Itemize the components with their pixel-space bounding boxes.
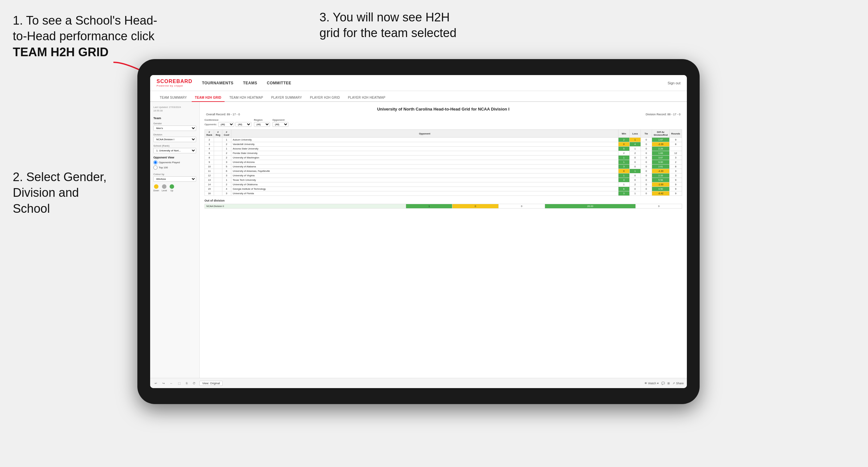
cell-opponent: Georgia Institute of Technology bbox=[231, 187, 618, 191]
school-select[interactable]: 1. University of Nort... bbox=[153, 148, 196, 153]
cell-rank: 9 bbox=[205, 160, 214, 164]
cell-loss: 1 bbox=[629, 191, 641, 196]
tab-team-h2h-heatmap[interactable]: TEAM H2H HEATMAP bbox=[226, 94, 267, 102]
sidebar-gender-label: Gender bbox=[153, 122, 196, 125]
th-win: Win bbox=[618, 130, 629, 138]
cell-loss: 1 bbox=[629, 169, 641, 174]
expand-button[interactable]: ⊞ bbox=[668, 382, 670, 385]
annotation-1: 1. To see a School's Head- to-Head perfo… bbox=[13, 13, 179, 60]
main-content: Last Updated: 27/03/2024 16:55:38 Team G… bbox=[150, 102, 687, 378]
watch-button[interactable]: 👁 Watch ▾ bbox=[644, 382, 659, 385]
cell-rounds: 9 bbox=[670, 191, 682, 196]
th-loss: Loss bbox=[629, 130, 641, 138]
region-filter[interactable]: (All) bbox=[254, 122, 270, 127]
tab-team-summary[interactable]: TEAM SUMMARY bbox=[157, 94, 190, 102]
colour-section: Colour by Win/loss Down Level bbox=[153, 173, 196, 192]
opponent-filter[interactable]: (All) bbox=[273, 122, 288, 127]
cell-win: 0 bbox=[618, 142, 629, 147]
nav-links: TOURNAMENTS TEAMS COMMITTEE bbox=[202, 81, 668, 85]
cell-rounds: 8 bbox=[670, 142, 682, 147]
back-button[interactable]: ← bbox=[169, 381, 174, 385]
nav-teams[interactable]: TEAMS bbox=[243, 81, 257, 85]
ann1-line1: 1. To see a School's Head- bbox=[13, 14, 157, 27]
cell-reg bbox=[214, 138, 222, 142]
opponent-view-group: Opponent View Opponents Played Top 100 bbox=[153, 156, 196, 169]
cell-conf: 3 bbox=[222, 191, 231, 196]
comment-button[interactable]: 💬 bbox=[661, 382, 665, 385]
cell-win: 5 bbox=[618, 147, 629, 151]
cell-opponent: Florida State University bbox=[231, 151, 618, 156]
cell-reg bbox=[214, 142, 222, 147]
top-100-radio[interactable]: Top 100 bbox=[153, 165, 196, 169]
cell-tie: 0 bbox=[641, 147, 652, 151]
copy-button[interactable]: ⎘ bbox=[185, 381, 189, 385]
region-filter-label: Region bbox=[254, 119, 270, 121]
redo-button[interactable]: ↪ bbox=[161, 381, 166, 385]
ann2-line1: 2. Select Gender, bbox=[13, 170, 107, 184]
tablet-screen: SCOREBARD Powered by clippd TOURNAMENTS … bbox=[150, 75, 687, 388]
cell-loss: 0 bbox=[629, 164, 641, 169]
opponent-filter-label: Opponent bbox=[273, 119, 288, 121]
cell-rank: 16 bbox=[205, 191, 214, 196]
undo-button[interactable]: ↩ bbox=[153, 381, 158, 385]
cell-rounds: 9 bbox=[670, 182, 682, 187]
th-rounds: Rounds bbox=[670, 130, 682, 138]
cell-rounds bbox=[670, 147, 682, 151]
grid-area: University of North Carolina Head-to-Hea… bbox=[200, 102, 687, 378]
tab-player-h2h-heatmap[interactable]: PLAYER H2H HEATMAP bbox=[345, 94, 389, 102]
opponents-filter[interactable]: (All) bbox=[218, 122, 234, 127]
cell-tie: 0 bbox=[641, 160, 652, 164]
ann2-line3: School bbox=[13, 202, 50, 215]
out-division-title: Out of division bbox=[205, 199, 682, 202]
nav-committee[interactable]: COMMITTEE bbox=[267, 81, 291, 85]
cell-diff: -2.29 bbox=[652, 142, 669, 147]
tablet-device: SCOREBARD Powered by clippd TOURNAMENTS … bbox=[137, 59, 700, 404]
ann3-line2: grid for the team selected bbox=[319, 26, 457, 40]
cell-reg bbox=[214, 160, 222, 164]
cell-rounds: 3 bbox=[670, 156, 682, 160]
view-label[interactable]: View: Original bbox=[199, 381, 223, 386]
cell-win: 2 bbox=[618, 151, 629, 156]
colour-by-select[interactable]: Win/loss bbox=[153, 176, 196, 182]
tab-player-h2h-grid[interactable]: PLAYER H2H GRID bbox=[307, 94, 343, 102]
tab-team-h2h-grid[interactable]: TEAM H2H GRID bbox=[192, 94, 225, 102]
filter-row: Conference Opponents: (All) (All) bbox=[205, 119, 682, 127]
th-tie: Tie bbox=[641, 130, 652, 138]
logo-text: SCOREBARD bbox=[157, 79, 192, 84]
cell-tie: 0 bbox=[641, 169, 652, 174]
tab-player-summary[interactable]: PLAYER SUMMARY bbox=[268, 94, 305, 102]
out-div-loss: 0 bbox=[453, 204, 499, 209]
cell-diff: 4.50 bbox=[652, 187, 669, 191]
share-button[interactable]: ↗ Share bbox=[673, 382, 684, 385]
cell-conf: 1 bbox=[222, 178, 231, 182]
cell-tie: 0 bbox=[641, 182, 652, 187]
cell-opponent: Vanderbilt University bbox=[231, 142, 618, 147]
out-division-table: NCAA Division II 1 0 0 26.00 3 bbox=[205, 204, 682, 209]
timer-button[interactable]: ⏱ bbox=[191, 381, 197, 385]
cell-rank: 4 bbox=[205, 147, 214, 151]
cell-tie: 0 bbox=[641, 142, 652, 147]
cell-win: 1 bbox=[618, 174, 629, 178]
out-of-division: Out of division NCAA Division II 1 0 0 2… bbox=[205, 199, 682, 209]
cell-conf: 1 bbox=[222, 138, 231, 142]
ann2-line2: Division and bbox=[13, 186, 79, 199]
cell-diff: 2.29 bbox=[652, 147, 669, 151]
cell-conf: 6 bbox=[222, 169, 231, 174]
opponents-label: Opponents: bbox=[205, 123, 217, 126]
forward-button[interactable]: ⬚ bbox=[177, 381, 182, 385]
division-record: Division Record: 88 - 17 - 0 bbox=[646, 113, 680, 116]
cell-rank: 13 bbox=[205, 178, 214, 182]
cell-rank: 6 bbox=[205, 151, 214, 156]
nav-tournaments[interactable]: TOURNAMENTS bbox=[202, 81, 234, 85]
sign-out-button[interactable]: Sign out bbox=[668, 81, 680, 85]
table-row: 9 3 University of Arizona 1 0 0 9.00 2 bbox=[205, 160, 682, 164]
cell-rank: 3 bbox=[205, 142, 214, 147]
th-rank: #Rank bbox=[205, 130, 214, 138]
ann1-bold: TEAM H2H GRID bbox=[13, 45, 108, 59]
cell-win: 1 bbox=[618, 160, 629, 164]
cell-tie: 0 bbox=[641, 156, 652, 160]
gender-select[interactable]: Men's bbox=[153, 126, 196, 131]
division-select[interactable]: NCAA Division I bbox=[153, 137, 196, 142]
conference-filter[interactable]: (All) bbox=[236, 122, 251, 127]
opponents-played-radio[interactable]: Opponents Played bbox=[153, 160, 196, 164]
